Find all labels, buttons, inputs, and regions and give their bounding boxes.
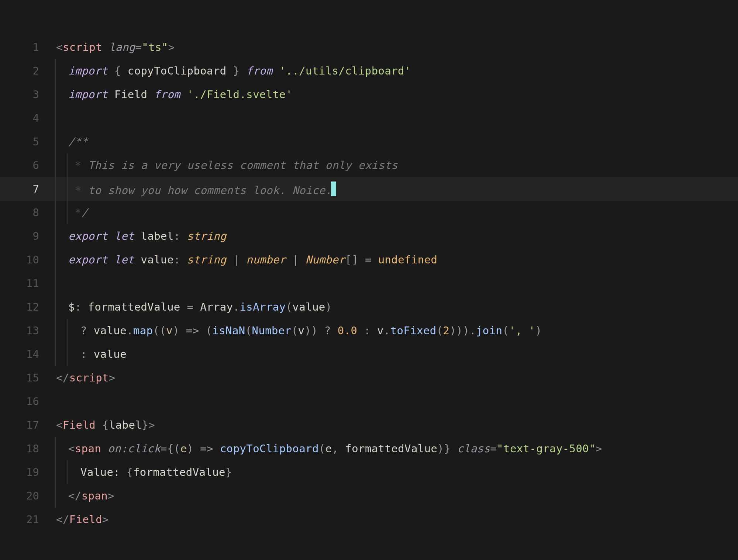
token-num: 0.0: [338, 324, 358, 337]
token-ident: formattedValue: [133, 466, 225, 478]
token-punct: {: [114, 65, 128, 77]
code-line[interactable]: 1<script lang="ts">: [0, 35, 738, 59]
token-ident: formattedValue: [88, 301, 187, 313]
code-content[interactable]: * to show you how comments look. Noice.: [48, 182, 738, 197]
code-content[interactable]: : value: [48, 348, 738, 360]
code-content[interactable]: <span on:click={(e) => copyToClipboard(e…: [48, 442, 738, 455]
line-number: 6: [0, 159, 48, 172]
line-number: 21: [0, 513, 48, 526]
code-content[interactable]: import { copyToClipboard } from '../util…: [48, 65, 738, 77]
token-punct: (: [199, 324, 213, 337]
token-attr: on:click: [108, 442, 161, 455]
token-punct: ?: [80, 324, 94, 337]
code-line[interactable]: 10export let value: string | number | Nu…: [0, 248, 738, 272]
code-line[interactable]: 5/**: [0, 130, 738, 153]
code-line[interactable]: 15</script>: [0, 366, 738, 390]
code-content[interactable]: ? value.map((v) => (isNaN(Number(v)) ? 0…: [48, 324, 738, 337]
code-line[interactable]: 2import { copyToClipboard } from '../uti…: [0, 59, 738, 83]
token-op: =: [187, 301, 194, 313]
code-line[interactable]: 19Value: {formattedValue}: [0, 460, 738, 484]
token-comment: /**: [68, 135, 88, 148]
token-punct: (: [319, 442, 325, 455]
token-commentbar: *: [68, 184, 82, 197]
token-ident: [358, 253, 365, 266]
token-eq: =: [490, 442, 497, 455]
token-ident: [96, 419, 102, 431]
indent-guide: [55, 106, 56, 130]
token-fn: Number: [252, 324, 292, 337]
code-content[interactable]: </span>: [48, 490, 738, 502]
code-content[interactable]: Value: {formattedValue}: [48, 466, 738, 478]
token-punct: .: [233, 301, 240, 313]
token-ident: v: [377, 324, 384, 337]
code-content[interactable]: <Field {label}>: [48, 419, 738, 431]
code-line[interactable]: 18<span on:click={(e) => copyToClipboard…: [0, 437, 738, 460]
code-content[interactable]: $: formattedValue = Array.isArray(value): [48, 301, 738, 313]
code-line[interactable]: 11: [0, 272, 738, 295]
code-line[interactable]: 20</span>: [0, 484, 738, 508]
token-param: e: [180, 442, 187, 455]
line-number: 7: [0, 183, 48, 195]
token-ident: [108, 65, 114, 77]
code-content[interactable]: </Field>: [48, 513, 738, 526]
token-fn: toFixed: [390, 324, 437, 337]
code-line[interactable]: 14: value: [0, 342, 738, 366]
token-ident: [102, 41, 109, 53]
token-punct: }: [142, 419, 148, 431]
token-str: "text-gray-500": [497, 442, 596, 455]
code-content[interactable]: * This is a very useless comment that on…: [48, 159, 738, 172]
token-op: =>: [186, 324, 199, 337]
code-content[interactable]: import Field from './Field.svelte': [48, 88, 738, 101]
token-punct: {: [127, 466, 133, 478]
token-ident: [108, 230, 114, 242]
code-line[interactable]: 16: [0, 390, 738, 413]
code-content[interactable]: export let label: string: [48, 230, 738, 242]
code-content[interactable]: export let value: string | number | Numb…: [48, 253, 738, 266]
code-line[interactable]: 17<Field {label}>: [0, 413, 738, 437]
token-ident: [147, 88, 154, 101]
token-ident: [239, 65, 246, 77]
token-angle: >: [596, 442, 602, 455]
token-punct: |: [286, 253, 306, 266]
code-content[interactable]: <script lang="ts">: [48, 41, 738, 53]
line-number: 19: [0, 466, 48, 478]
token-ident: Array: [193, 301, 233, 313]
code-line[interactable]: 13? value.map((v) => (isNaN(Number(v)) ?…: [0, 319, 738, 342]
token-punct: []: [345, 253, 358, 266]
token-actual: label: [109, 419, 142, 431]
code-line[interactable]: 3import Field from './Field.svelte': [0, 83, 738, 106]
token-punct: (: [437, 324, 443, 337]
token-angle: </: [56, 513, 69, 526]
line-number: 3: [0, 88, 48, 101]
token-angle: >: [109, 371, 115, 384]
token-kw: let: [114, 230, 134, 242]
code-line[interactable]: 6 * This is a very useless comment that …: [0, 153, 738, 177]
token-punct: ): [187, 442, 200, 455]
code-content[interactable]: </script>: [48, 371, 738, 384]
code-line[interactable]: 21</Field>: [0, 508, 738, 531]
token-tag: script: [63, 41, 102, 53]
token-ident: [101, 442, 108, 455]
token-ident: value: [94, 348, 127, 360]
line-number: 10: [0, 253, 48, 266]
code-line[interactable]: 7 * to show you how comments look. Noice…: [0, 177, 738, 201]
token-angle: <: [68, 442, 75, 455]
token-ident: [451, 442, 457, 455]
code-line[interactable]: 12$: formattedValue = Array.isArray(valu…: [0, 295, 738, 319]
token-punct: :: [174, 253, 187, 266]
token-str: '../utils/clipboard': [279, 65, 411, 77]
code-content[interactable]: /**: [48, 135, 738, 148]
code-line[interactable]: 4: [0, 106, 738, 130]
token-undef: undefined: [378, 253, 438, 266]
code-line[interactable]: 9export let label: string: [0, 224, 738, 248]
token-fn: isNaN: [212, 324, 245, 337]
line-number: 12: [0, 301, 48, 313]
token-ident: v: [298, 324, 305, 337]
token-punct: :: [75, 301, 88, 313]
line-number: 16: [0, 395, 48, 408]
code-content[interactable]: */: [48, 206, 738, 219]
token-num: 2: [443, 324, 450, 337]
code-line[interactable]: 8 */: [0, 201, 738, 224]
token-punct: (: [286, 301, 292, 313]
code-editor[interactable]: 1<script lang="ts">2import { copyToClipb…: [0, 35, 738, 531]
